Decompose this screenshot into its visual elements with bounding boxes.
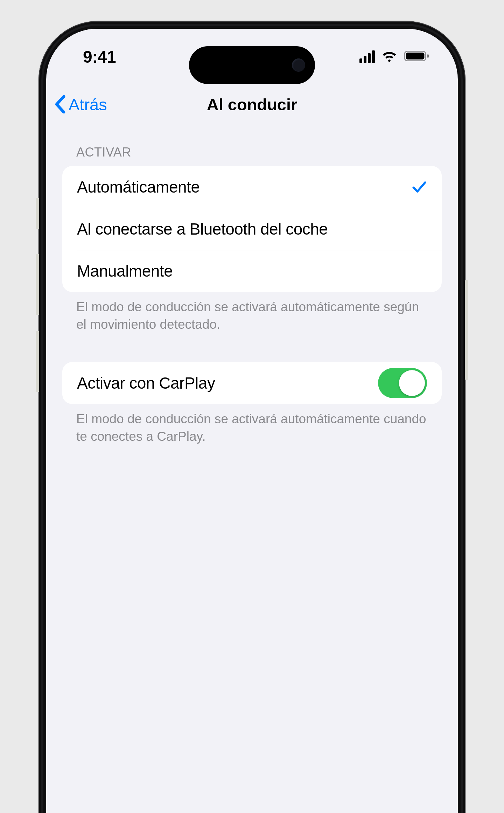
- option-label: Automáticamente: [77, 178, 200, 196]
- page-title: Al conducir: [207, 95, 298, 114]
- option-bluetooth[interactable]: Al conectarse a Bluetooth del coche: [62, 208, 442, 250]
- activate-options-group: Automáticamente Al conectarse a Bluetoot…: [62, 166, 442, 292]
- screen: 9:41: [46, 29, 458, 813]
- option-manually[interactable]: Manualmente: [62, 250, 442, 292]
- cellular-icon: [358, 50, 375, 63]
- status-time: 9:41: [83, 47, 116, 67]
- phone-power-button: [465, 280, 468, 380]
- battery-icon: [404, 50, 430, 64]
- option-label: Al conectarse a Bluetooth del coche: [77, 220, 328, 238]
- phone-volume-up: [36, 254, 39, 315]
- option-automatically[interactable]: Automáticamente: [62, 166, 442, 208]
- dynamic-island: [189, 46, 315, 84]
- navigation-bar: Atrás Al conducir: [46, 85, 458, 124]
- back-button-label: Atrás: [69, 95, 107, 114]
- option-label: Manualmente: [77, 262, 173, 280]
- activate-section-header: ACTIVAR: [62, 124, 442, 166]
- activate-footer-text: El modo de conducción se activará automá…: [62, 292, 442, 333]
- svg-rect-2: [427, 54, 429, 58]
- content-area: ACTIVAR Automáticamente Al conectarse a …: [46, 124, 458, 445]
- carplay-toggle-row[interactable]: Activar con CarPlay: [62, 362, 442, 404]
- chevron-left-icon: [55, 95, 66, 113]
- svg-rect-1: [406, 53, 425, 59]
- checkmark-icon: [412, 179, 427, 195]
- carplay-toggle[interactable]: [378, 368, 427, 398]
- phone-volume-down: [36, 331, 39, 392]
- backdrop: 9:41: [0, 0, 504, 813]
- carplay-group: Activar con CarPlay: [62, 362, 442, 404]
- phone-silence-switch: [36, 198, 39, 229]
- back-button[interactable]: Atrás: [55, 95, 107, 114]
- carplay-label: Activar con CarPlay: [77, 374, 215, 392]
- wifi-icon: [381, 50, 398, 64]
- carplay-footer-text: El modo de conducción se activará automá…: [62, 404, 442, 445]
- spacer: [62, 333, 442, 362]
- status-indicators: [358, 50, 430, 64]
- phone-frame: 9:41: [38, 21, 465, 813]
